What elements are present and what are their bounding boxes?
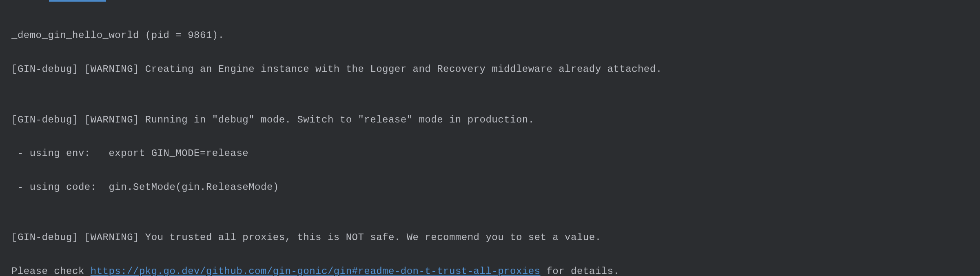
proxy-docs-link[interactable]: https://pkg.go.dev/github.com/gin-gonic/… bbox=[91, 266, 541, 276]
console-line: - using code: gin.SetMode(gin.ReleaseMod… bbox=[11, 179, 980, 196]
editor-gutter bbox=[0, 0, 8, 276]
console-line: - using env: export GIN_MODE=release bbox=[11, 145, 980, 162]
active-tab-indicator bbox=[49, 0, 106, 2]
console-output[interactable]: _demo_gin_hello_world (pid = 9861). [GIN… bbox=[11, 10, 980, 276]
console-line: Please check https://pkg.go.dev/github.c… bbox=[11, 263, 980, 276]
console-line: [GIN-debug] [WARNING] Creating an Engine… bbox=[11, 61, 980, 78]
gutter-marker bbox=[1, 11, 7, 20]
console-line: [GIN-debug] [WARNING] You trusted all pr… bbox=[11, 229, 980, 246]
console-text: Please check bbox=[11, 266, 91, 276]
console-line: _demo_gin_hello_world (pid = 9861). bbox=[11, 27, 980, 44]
console-text: for details. bbox=[541, 266, 620, 276]
console-line: [GIN-debug] [WARNING] Running in "debug"… bbox=[11, 111, 980, 128]
